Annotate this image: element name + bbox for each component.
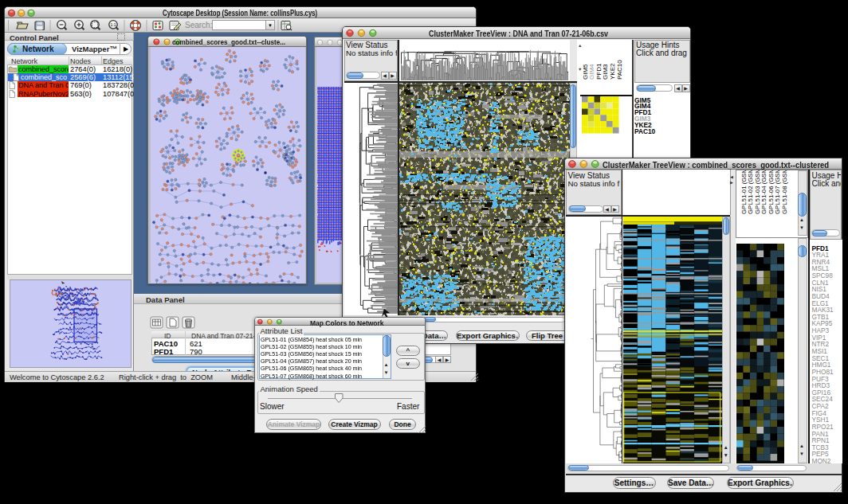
svg-text:1:1: 1:1 [111, 22, 116, 27]
